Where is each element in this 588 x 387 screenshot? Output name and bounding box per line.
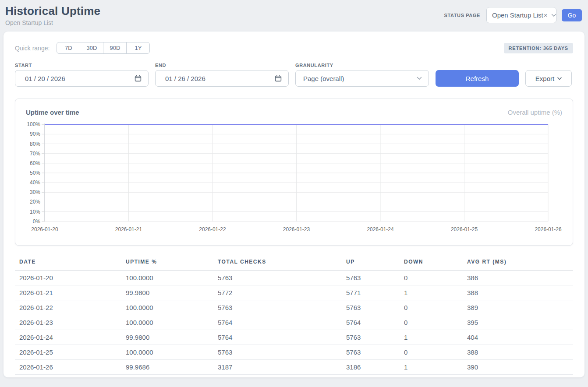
table-cell: 5763 bbox=[342, 300, 400, 315]
chart-legend: Overall uptime (%) bbox=[508, 109, 562, 116]
export-button[interactable]: Export bbox=[525, 70, 572, 87]
start-label: START bbox=[15, 63, 149, 68]
table-cell: 0 bbox=[400, 271, 463, 285]
table-cell: 404 bbox=[463, 330, 573, 345]
table-cell: 0 bbox=[400, 300, 463, 315]
chevron-down-icon bbox=[417, 77, 422, 80]
svg-text:50%: 50% bbox=[30, 170, 40, 176]
table-cell: 99.9800 bbox=[121, 285, 213, 300]
svg-text:40%: 40% bbox=[30, 179, 40, 186]
refresh-button[interactable]: Refresh bbox=[436, 70, 519, 87]
end-date-field-group: END 01 / 26 / 2026 bbox=[155, 63, 289, 87]
table-cell: 5764 bbox=[213, 330, 342, 345]
table-row: 2026-01-22100.0000576357630389 bbox=[15, 300, 573, 315]
calendar-icon[interactable] bbox=[275, 75, 282, 82]
svg-text:100%: 100% bbox=[27, 121, 40, 127]
start-date-input[interactable]: 01 / 20 / 2026 bbox=[15, 70, 149, 87]
table-cell: 389 bbox=[463, 300, 573, 315]
table-cell: 5763 bbox=[342, 271, 400, 285]
table-cell: 388 bbox=[463, 345, 573, 360]
svg-text:2026-01-23: 2026-01-23 bbox=[283, 226, 310, 232]
table-cell: 99.9800 bbox=[121, 330, 213, 345]
table-cell: 5763 bbox=[213, 300, 342, 315]
table-cell: 100.0000 bbox=[121, 315, 213, 330]
col-header-date: DATE bbox=[15, 256, 121, 271]
table-cell: 0 bbox=[400, 315, 463, 330]
table-cell: 0 bbox=[400, 345, 463, 360]
chart-header: Uptime over time Overall uptime (%) bbox=[26, 109, 562, 116]
table-cell: 388 bbox=[463, 285, 573, 300]
granularity-label: GRANULARITY bbox=[295, 63, 429, 68]
svg-text:0%: 0% bbox=[33, 218, 41, 225]
main-card: Quick range: 7D 30D 90D 1Y RETENTION: 36… bbox=[4, 32, 584, 377]
svg-text:20%: 20% bbox=[30, 199, 40, 205]
table-cell: 5763 bbox=[342, 345, 400, 360]
table-cell: 395 bbox=[463, 315, 573, 330]
end-date-input[interactable]: 01 / 26 / 2026 bbox=[155, 70, 289, 87]
status-page-selected-value: Open Startup List bbox=[492, 11, 543, 19]
col-header-avg-rt: AVG RT (MS) bbox=[463, 256, 573, 271]
svg-text:90%: 90% bbox=[30, 131, 40, 137]
go-button[interactable]: Go bbox=[562, 9, 582, 21]
col-header-up: UP bbox=[342, 256, 400, 271]
status-page-label: STATUS PAGE bbox=[444, 13, 480, 18]
table-cell: 2026-01-20 bbox=[15, 271, 121, 285]
export-button-label: Export bbox=[535, 75, 554, 82]
table-header-row: DATE UPTIME % TOTAL CHECKS UP DOWN AVG R… bbox=[15, 256, 573, 271]
table-cell: 1 bbox=[400, 360, 463, 375]
table-cell: 5763 bbox=[213, 271, 342, 285]
table-row: 2026-01-23100.0000576457640395 bbox=[15, 315, 573, 330]
table-cell: 390 bbox=[463, 360, 573, 375]
table-cell: 5771 bbox=[342, 285, 400, 300]
end-label: END bbox=[155, 63, 289, 68]
start-date-value: 01 / 20 / 2026 bbox=[25, 75, 135, 82]
svg-text:2026-01-26: 2026-01-26 bbox=[535, 226, 562, 232]
granularity-select[interactable]: Page (overall) bbox=[295, 70, 429, 87]
table-cell: 2026-01-21 bbox=[15, 285, 121, 300]
svg-text:30%: 30% bbox=[30, 189, 40, 195]
table-cell: 5772 bbox=[213, 285, 342, 300]
table-cell: 5763 bbox=[213, 345, 342, 360]
uptime-table-body: 2026-01-20100.00005763576303862026-01-21… bbox=[15, 271, 573, 375]
svg-text:2026-01-24: 2026-01-24 bbox=[367, 226, 394, 232]
granularity-selected-value: Page (overall) bbox=[303, 75, 417, 82]
quick-range-row: Quick range: 7D 30D 90D 1Y RETENTION: 36… bbox=[15, 42, 573, 54]
start-date-field-group: START 01 / 20 / 2026 bbox=[15, 63, 149, 87]
page-subtitle: Open Startup List bbox=[5, 19, 100, 26]
table-cell: 100.0000 bbox=[121, 300, 213, 315]
quick-range-7d-button[interactable]: 7D bbox=[57, 42, 80, 54]
retention-badge: RETENTION: 365 DAYS bbox=[504, 43, 573, 53]
chart-card: Uptime over time Overall uptime (%) 0%10… bbox=[15, 99, 573, 246]
calendar-icon[interactable] bbox=[135, 75, 142, 82]
quick-range-90d-button[interactable]: 90D bbox=[103, 42, 127, 54]
uptime-table-head: DATE UPTIME % TOTAL CHECKS UP DOWN AVG R… bbox=[15, 256, 573, 271]
table-cell: 3186 bbox=[342, 360, 400, 375]
table-row: 2026-01-20100.0000576357630386 bbox=[15, 271, 573, 285]
table-cell: 386 bbox=[463, 271, 573, 285]
table-cell: 3187 bbox=[213, 360, 342, 375]
table-row: 2026-01-2699.9686318731861390 bbox=[15, 360, 573, 375]
svg-text:60%: 60% bbox=[30, 160, 40, 166]
clear-icon[interactable]: × bbox=[544, 11, 548, 19]
quick-range-1y-button[interactable]: 1Y bbox=[126, 42, 150, 54]
uptime-chart-svg: 0%10%20%30%40%50%60%70%80%90%100%2026-01… bbox=[26, 120, 562, 235]
svg-text:2026-01-25: 2026-01-25 bbox=[451, 226, 478, 232]
uptime-table: DATE UPTIME % TOTAL CHECKS UP DOWN AVG R… bbox=[15, 256, 573, 375]
topbar: Historical Uptime Open Startup List STAT… bbox=[0, 0, 588, 32]
svg-text:70%: 70% bbox=[30, 151, 40, 157]
col-header-uptime: UPTIME % bbox=[121, 256, 213, 271]
col-header-total-checks: TOTAL CHECKS bbox=[213, 256, 342, 271]
table-cell: 1 bbox=[400, 285, 463, 300]
table-row: 2026-01-2499.9800576457631404 bbox=[15, 330, 573, 345]
granularity-field-group: GRANULARITY Page (overall) bbox=[295, 63, 429, 87]
status-page-controls: STATUS PAGE Open Startup List × Go bbox=[444, 7, 582, 23]
quick-range-30d-button[interactable]: 30D bbox=[80, 42, 103, 54]
chevron-down-icon bbox=[551, 14, 556, 17]
svg-text:2026-01-21: 2026-01-21 bbox=[115, 226, 142, 232]
filters-row: START 01 / 20 / 2026 END 01 / 26 / 2026 … bbox=[15, 63, 573, 87]
end-date-value: 01 / 26 / 2026 bbox=[165, 75, 275, 82]
status-page-select[interactable]: Open Startup List × bbox=[486, 7, 556, 23]
table-cell: 100.0000 bbox=[121, 271, 213, 285]
table-cell: 100.0000 bbox=[121, 345, 213, 360]
table-row: 2026-01-25100.0000576357630388 bbox=[15, 345, 573, 360]
